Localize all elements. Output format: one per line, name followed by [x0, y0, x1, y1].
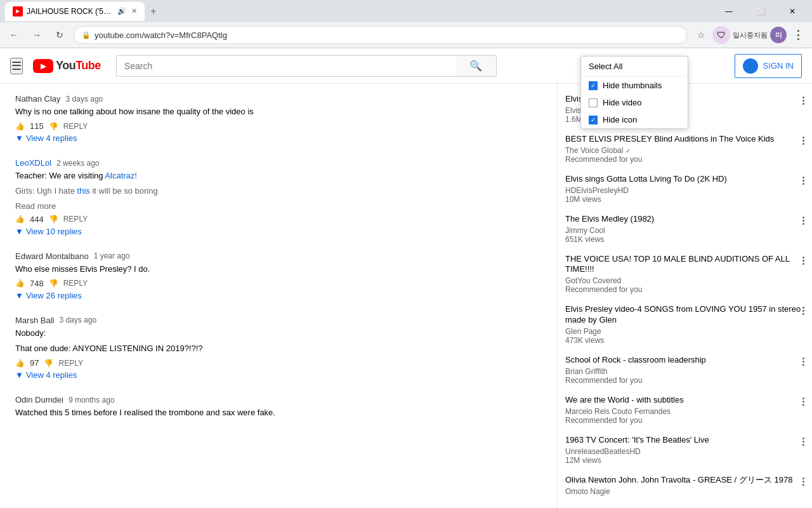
sidebar-video-item[interactable]: THE VOICE USA! TOP 10 MALE BLIND AUDITIO…	[558, 249, 812, 300]
video-title: School of Rock - classroom leadership	[565, 355, 804, 366]
recommended-tag: Recommended for you	[565, 285, 804, 294]
video-channel: The Voice Global ✓	[565, 146, 804, 155]
more-options-button[interactable]	[800, 475, 807, 488]
read-more-button[interactable]: Read more	[15, 201, 56, 211]
reply-button[interactable]: REPLY	[63, 279, 88, 288]
close-button[interactable]: ✕	[778, 3, 807, 20]
dot	[802, 183, 804, 185]
dislike-button[interactable]: 👎	[49, 279, 58, 288]
window-controls: — ⬜ ✕	[714, 3, 807, 20]
more-options-button[interactable]	[800, 254, 807, 267]
address-bar: ← → ↻ 🔒 youtube.com/watch?v=MfrC8PAQtlg …	[0, 22, 812, 48]
mute-icon[interactable]: 🔊	[117, 7, 126, 15]
commenter-name: Nathan Clay	[15, 94, 61, 104]
hide-icon-checkbox[interactable]: ✓	[589, 116, 598, 124]
view-replies-button[interactable]: ▼ View 4 replies	[15, 368, 77, 382]
dot	[802, 404, 804, 406]
comment-time: 2 weeks ago	[56, 159, 99, 168]
like-button[interactable]: 👍	[15, 359, 25, 368]
comment-actions: 👍 444 👎 REPLY	[15, 215, 542, 224]
new-tab-button[interactable]: +	[145, 3, 162, 20]
user-avatar[interactable]: 미	[770, 27, 787, 43]
comment-header: Marsh Ball 3 days ago	[15, 316, 542, 325]
dislike-button[interactable]: 👎	[49, 215, 58, 224]
hide-video-option[interactable]: Hide video	[581, 94, 688, 111]
view-replies-button[interactable]: ▼ View 4 replies	[15, 131, 77, 145]
view-replies-button[interactable]: ▼ View 10 replies	[15, 224, 82, 239]
verified-icon: ✓	[625, 147, 631, 154]
recommended-tag: Recommended for you	[565, 376, 804, 385]
comment-header: Nathan Clay 3 days ago	[15, 94, 542, 104]
browser-menu-button[interactable]: ⋮	[789, 26, 807, 44]
adblocker-icon[interactable]: 🛡	[712, 26, 730, 44]
comment-item: Edward Montalbano 1 year ago Who else mi…	[15, 251, 542, 303]
hide-video-label: Hide video	[603, 98, 641, 107]
sidebar-video-item[interactable]: BEST ELVIS PRESLEY Blind Auditions in Th…	[558, 129, 812, 169]
back-button[interactable]: ←	[5, 26, 23, 44]
dot	[802, 438, 804, 439]
reply-button[interactable]: REPLY	[58, 359, 82, 368]
sidebar-video-item[interactable]: School of Rock - classroom leadership Br…	[558, 350, 812, 390]
maximize-button[interactable]: ⬜	[746, 3, 775, 20]
url-bar[interactable]: 🔒 youtube.com/watch?v=MfrC8PAQtlg	[74, 26, 687, 44]
chevron-down-icon: ▼	[15, 291, 23, 300]
bookmark-button[interactable]: ☆	[692, 26, 710, 44]
sidebar-video-item[interactable]: Olivia Newton John. John Travolta - GREA…	[558, 470, 812, 501]
reply-toggle-label: View 4 replies	[26, 133, 77, 143]
like-count: 444	[30, 215, 44, 224]
sidebar-video-item[interactable]: We are the World - with subtitles Marcel…	[558, 390, 812, 430]
reply-button[interactable]: REPLY	[63, 215, 88, 224]
hide-thumbnails-checkbox[interactable]: ✓	[589, 81, 598, 90]
reply-button[interactable]: REPLY	[63, 122, 88, 131]
sidebar-video-item[interactable]: Elvis sings Gotta Lotta Living To Do (2K…	[558, 169, 812, 209]
search-button[interactable]: 🔍	[456, 55, 497, 77]
like-button[interactable]: 👍	[15, 215, 25, 224]
sidebar-video-item[interactable]: Elvis Presley video-4 SONGS from LOVING …	[558, 299, 812, 350]
toolbar-icons: ☆ 🛡 일시중지됨 미 ⋮	[692, 26, 807, 44]
video-views: 12M views	[565, 456, 804, 465]
reply-toggle-label: View 26 replies	[26, 291, 82, 300]
like-button[interactable]: 👍	[15, 279, 25, 288]
more-options-button[interactable]	[800, 94, 807, 107]
more-options-button[interactable]	[800, 355, 807, 368]
youtube-logo-text: YouTube	[56, 59, 101, 72]
select-all-option[interactable]: Select All	[581, 57, 688, 77]
dot	[802, 358, 804, 359]
comment-time: 3 days ago	[66, 95, 103, 104]
video-title: Olivia Newton John. John Travolta - GREA…	[565, 475, 804, 486]
active-tab[interactable]: JAILHOUSE ROCK ('57): "Jai... 🔊 ✕	[5, 2, 145, 21]
hide-icon-option[interactable]: ✓ Hide icon	[581, 111, 688, 128]
video-title: Elvis sings Gotta Lotta Living To Do (2K…	[565, 174, 804, 185]
dot	[802, 401, 804, 403]
dot	[802, 478, 804, 479]
more-options-button[interactable]	[800, 395, 807, 408]
title-bar: JAILHOUSE ROCK ('57): "Jai... 🔊 ✕ + — ⬜ …	[0, 0, 812, 22]
hide-thumbnails-option[interactable]: ✓ Hide thumbnails	[581, 77, 688, 94]
search-input[interactable]	[116, 55, 456, 77]
dislike-button[interactable]: 👎	[49, 122, 58, 131]
sidebar-video-item[interactable]: 1963 TV Concert: 'It's The Beatles' Live…	[558, 430, 812, 470]
dot	[802, 398, 804, 399]
hamburger-menu[interactable]: ☰	[10, 58, 23, 74]
hide-video-checkbox[interactable]	[589, 98, 598, 107]
youtube-logo[interactable]: YouTube	[33, 59, 101, 73]
chevron-down-icon: ▼	[15, 370, 23, 380]
video-title: We are the World - with subtitles	[565, 395, 804, 406]
close-tab-icon[interactable]: ✕	[131, 7, 137, 15]
comment-item: Odin Dumdei 9 months ago Watched this 5 …	[15, 395, 542, 418]
dot	[802, 137, 804, 138]
sidebar-video-item[interactable]: The Elvis Medley (1982) Jimmy Cool 651K …	[558, 209, 812, 249]
more-options-button[interactable]	[800, 214, 807, 227]
more-options-button[interactable]	[800, 435, 807, 448]
dislike-button[interactable]: 👎	[44, 359, 53, 368]
refresh-button[interactable]: ↻	[51, 26, 69, 44]
minimize-button[interactable]: —	[714, 3, 743, 20]
lock-icon: 🔒	[82, 31, 91, 39]
like-button[interactable]: 👍	[15, 122, 25, 131]
sign-in-button[interactable]: 👤 SIGN IN	[735, 54, 802, 78]
view-replies-button[interactable]: ▼ View 26 replies	[15, 288, 82, 303]
forward-button[interactable]: →	[28, 26, 46, 44]
more-options-button[interactable]	[800, 134, 807, 147]
more-options-button[interactable]	[800, 304, 807, 318]
more-options-button[interactable]	[800, 174, 807, 187]
